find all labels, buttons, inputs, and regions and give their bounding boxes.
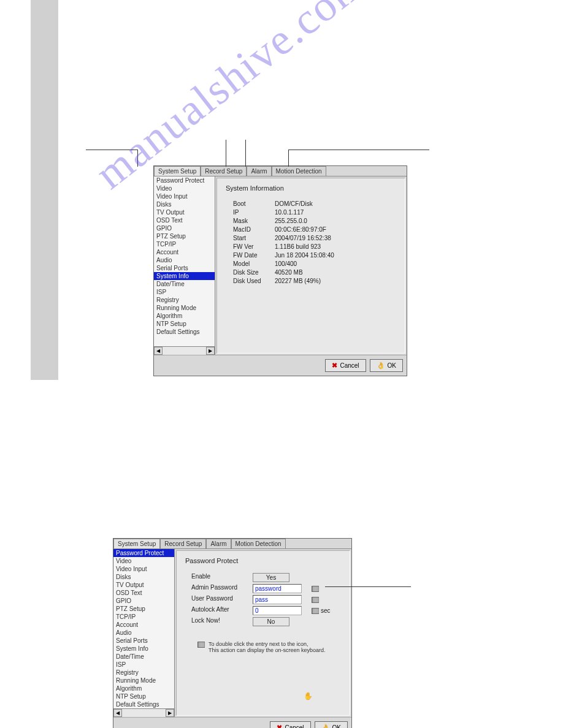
scroll-left-icon[interactable]: ◀: [154, 347, 163, 355]
sidebar-item[interactable]: Algorithm: [113, 684, 174, 692]
content-panel: System Information BootDOM/CF/Disk IP10.…: [216, 178, 405, 354]
sidebar-item[interactable]: ISP: [113, 661, 174, 669]
ok-icon: 👌: [321, 724, 330, 728]
ok-button[interactable]: 👌OK: [370, 359, 403, 372]
sidebar: Password Protect Video Video Input Disks…: [113, 549, 175, 717]
info-row: IP10.0.1.117: [226, 209, 396, 216]
tab-system-setup[interactable]: System Setup: [154, 166, 201, 176]
sidebar-item[interactable]: Video: [113, 557, 174, 565]
sidebar-item[interactable]: OSD Text: [113, 589, 174, 597]
sidebar-item[interactable]: TV Output: [154, 208, 215, 216]
autolock-input[interactable]: [253, 606, 302, 615]
ok-icon: 👌: [377, 362, 385, 370]
info-row: FW Ver1.11B6 build 923: [226, 243, 396, 250]
cancel-button[interactable]: ✖Cancel: [325, 359, 366, 372]
sidebar-item[interactable]: TCP/IP: [154, 240, 215, 248]
hand-icon: ✋: [304, 692, 313, 700]
system-setup-dialog: System Setup Record Setup Alarm Motion D…: [153, 165, 407, 376]
locknow-label: Lock Now!: [185, 617, 253, 626]
sidebar-item[interactable]: Account: [113, 621, 174, 629]
sidebar-item[interactable]: PTZ Setup: [113, 605, 174, 613]
sidebar-item[interactable]: TCP/IP: [113, 613, 174, 621]
info-row: BootDOM/CF/Disk: [226, 200, 396, 207]
sidebar-item[interactable]: Video: [154, 184, 215, 192]
info-row: Model100/400: [226, 260, 396, 267]
cancel-icon: ✖: [332, 362, 337, 370]
button-bar: ✖Cancel 👌OK: [154, 355, 407, 376]
panel-title: System Information: [226, 184, 396, 192]
scrollbar[interactable]: ◀ ▶: [154, 346, 215, 355]
sidebar-item[interactable]: Default Settings: [154, 328, 215, 336]
keyboard-icon: [197, 642, 205, 648]
sidebar-item[interactable]: Running Mode: [154, 304, 215, 312]
hint-text: To double click the entry next to the ic…: [185, 641, 341, 653]
keyboard-icon[interactable]: [312, 597, 319, 603]
page-gutter: [31, 0, 58, 380]
sidebar-item[interactable]: Password Protect: [154, 176, 215, 184]
tab-system-setup[interactable]: System Setup: [113, 539, 160, 548]
user-password-input[interactable]: [253, 595, 302, 604]
callout-line: [86, 150, 137, 150]
sidebar-item[interactable]: PTZ Setup: [154, 232, 215, 240]
sidebar-item[interactable]: Serial Ports: [154, 264, 215, 272]
sidebar-item-system-info[interactable]: System Info: [154, 272, 215, 280]
sidebar-item[interactable]: Date/Time: [154, 280, 215, 288]
sidebar-item[interactable]: GPIO: [113, 597, 174, 605]
sidebar-item[interactable]: Account: [154, 248, 215, 256]
info-row: Disk Used20227 MB (49%): [226, 278, 396, 284]
sidebar-item[interactable]: Serial Ports: [113, 637, 174, 645]
scrollbar[interactable]: ◀ ▶: [113, 708, 174, 717]
cancel-button[interactable]: ✖Cancel: [270, 721, 310, 728]
tab-motion-detection[interactable]: Motion Detection: [272, 166, 326, 176]
info-row: MacID00:0C:6E:80:97:0F: [226, 226, 396, 233]
callout-line: [137, 150, 138, 167]
user-password-label: User Password: [185, 595, 253, 604]
tab-alarm[interactable]: Alarm: [247, 166, 271, 176]
tab-alarm[interactable]: Alarm: [206, 539, 231, 548]
scroll-left-icon[interactable]: ◀: [113, 709, 122, 717]
tab-row: System Setup Record Setup Alarm Motion D…: [113, 539, 351, 549]
sidebar-item[interactable]: Running Mode: [113, 677, 174, 684]
password-protect-dialog: System Setup Record Setup Alarm Motion D…: [113, 538, 352, 728]
ok-button[interactable]: 👌OK: [315, 721, 348, 728]
sidebar-item[interactable]: Video Input: [154, 192, 215, 200]
scroll-right-icon[interactable]: ▶: [206, 347, 215, 355]
info-row: Mask255.255.0.0: [226, 218, 396, 224]
sidebar-item[interactable]: ISP: [154, 288, 215, 296]
admin-password-input[interactable]: [253, 584, 302, 593]
sidebar-item-password-protect[interactable]: Password Protect: [113, 549, 174, 557]
callout-line: [288, 150, 289, 167]
sidebar-item[interactable]: Audio: [113, 629, 174, 637]
tab-record-setup[interactable]: Record Setup: [160, 539, 206, 548]
sidebar-item[interactable]: NTP Setup: [154, 320, 215, 328]
sidebar-item[interactable]: TV Output: [113, 581, 174, 589]
sidebar-item[interactable]: System Info: [113, 645, 174, 653]
info-row: Disk Size40520 MB: [226, 269, 396, 276]
locknow-button[interactable]: No: [253, 617, 289, 626]
tab-motion-detection[interactable]: Motion Detection: [231, 539, 286, 548]
keyboard-icon[interactable]: [312, 608, 319, 614]
sidebar-item[interactable]: OSD Text: [154, 216, 215, 224]
tab-record-setup[interactable]: Record Setup: [201, 166, 247, 176]
info-row: Start2004/07/19 16:52:38: [226, 235, 396, 241]
panel-title: Password Protect: [185, 557, 341, 564]
scroll-track[interactable]: [122, 709, 166, 717]
content-panel: Password Protect Enable Yes Admin Passwo…: [176, 550, 350, 716]
sidebar-item[interactable]: GPIO: [154, 224, 215, 232]
sidebar-item[interactable]: Disks: [113, 573, 174, 581]
autolock-label: Autolock After: [185, 606, 253, 615]
sidebar-item[interactable]: NTP Setup: [113, 692, 174, 700]
sidebar-item[interactable]: Audio: [154, 256, 215, 264]
sidebar-item[interactable]: Disks: [154, 200, 215, 208]
sidebar-item[interactable]: Default Settings: [113, 700, 174, 708]
admin-password-label: Admin Password: [185, 584, 253, 593]
sidebar-item[interactable]: Video Input: [113, 565, 174, 573]
sidebar-item[interactable]: Registry: [113, 669, 174, 677]
enable-toggle[interactable]: Yes: [253, 573, 289, 582]
sidebar-item[interactable]: Registry: [154, 296, 215, 304]
scroll-track[interactable]: [163, 347, 206, 355]
keyboard-icon[interactable]: [312, 586, 319, 592]
sidebar-item[interactable]: Date/Time: [113, 653, 174, 661]
scroll-right-icon[interactable]: ▶: [166, 709, 174, 717]
sidebar-item[interactable]: Algorithm: [154, 312, 215, 320]
